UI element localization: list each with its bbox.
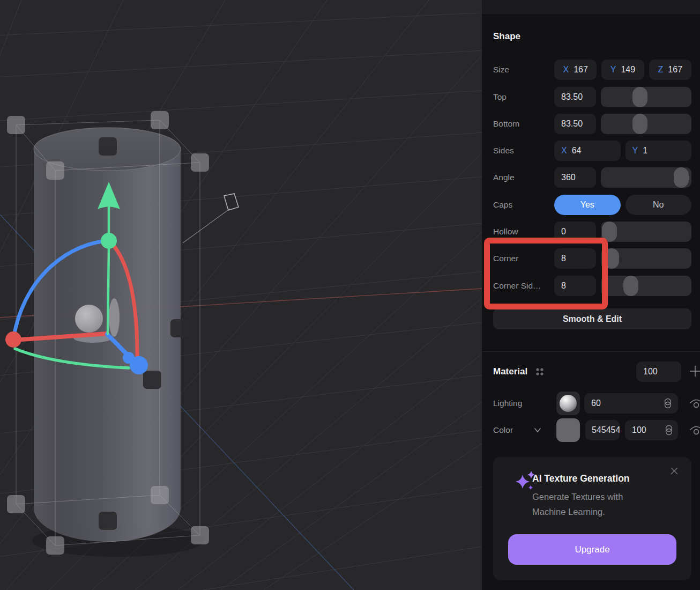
corner-slider[interactable] bbox=[601, 248, 691, 269]
top-slider[interactable] bbox=[601, 87, 691, 107]
bottom-input[interactable]: 83.50 bbox=[554, 114, 596, 134]
chevron-down-icon[interactable] bbox=[534, 427, 541, 433]
axis-x-label: X bbox=[563, 65, 569, 75]
angle-input[interactable]: 360 bbox=[554, 167, 596, 188]
bottom-row: Bottom 83.50 bbox=[493, 110, 691, 137]
caps-no-button[interactable]: No bbox=[625, 195, 692, 215]
axis-x-label: X bbox=[561, 146, 567, 156]
properties-panel: Shape Size X 167 Y 149 Z 167 Top 83.50 bbox=[482, 0, 700, 590]
hollow-input[interactable]: 0 bbox=[554, 222, 596, 242]
size-row: Size X 167 Y 149 Z 167 bbox=[493, 56, 691, 83]
axis-y-label: Y bbox=[610, 65, 616, 75]
size-y-input[interactable]: Y 149 bbox=[601, 60, 644, 80]
angle-slider[interactable] bbox=[601, 167, 691, 188]
gizmo-blue-handle[interactable] bbox=[130, 356, 148, 374]
hollow-row: Hollow 0 bbox=[493, 218, 691, 245]
hollow-label: Hollow bbox=[493, 227, 554, 237]
add-layer-button[interactable] bbox=[688, 364, 700, 378]
size-x-input[interactable]: X 167 bbox=[554, 60, 597, 80]
gizmo-green-axis-lower[interactable] bbox=[108, 248, 109, 334]
corner-sides-slider-knob[interactable] bbox=[623, 276, 638, 296]
lighting-visibility-button[interactable] bbox=[689, 396, 700, 410]
close-button[interactable] bbox=[669, 466, 680, 476]
hollow-slider[interactable] bbox=[601, 222, 691, 242]
caps-label: Caps bbox=[493, 200, 554, 210]
caps-row: Caps Yes No bbox=[493, 191, 691, 218]
gizmo-red-handle[interactable] bbox=[5, 331, 21, 348]
top-label: Top bbox=[493, 92, 554, 102]
eye-icon bbox=[689, 396, 700, 410]
blend-mode-icon[interactable] bbox=[663, 397, 673, 410]
bottom-slider-knob[interactable] bbox=[632, 114, 647, 134]
color-visibility-button[interactable] bbox=[689, 423, 700, 437]
corner-label: Corner bbox=[493, 254, 554, 263]
ai-card-description: Generate Textures with Machine Learning. bbox=[532, 489, 653, 519]
size-label: Size bbox=[493, 65, 554, 75]
size-y-value: 149 bbox=[621, 65, 635, 75]
plus-icon bbox=[689, 365, 700, 377]
angle-slider-knob[interactable] bbox=[674, 167, 689, 188]
smooth-edit-button[interactable]: Smooth & Edit bbox=[493, 308, 691, 329]
corner-sides-input[interactable]: 8 bbox=[554, 276, 596, 296]
top-slider-knob[interactable] bbox=[632, 87, 647, 107]
size-z-value: 167 bbox=[668, 65, 682, 75]
top-row: Top 83.50 bbox=[493, 84, 691, 110]
hollow-slider-knob[interactable] bbox=[602, 222, 617, 242]
size-x-value: 167 bbox=[574, 65, 588, 75]
close-icon bbox=[671, 467, 678, 475]
sides-y-value: 1 bbox=[643, 146, 647, 156]
corner-sides-slider[interactable] bbox=[601, 276, 691, 296]
material-header: Material 100 bbox=[493, 358, 691, 385]
corner-sides-label: Corner Sid… bbox=[493, 281, 554, 291]
top-input[interactable]: 83.50 bbox=[554, 87, 596, 107]
sides-y-input[interactable]: Y 1 bbox=[625, 141, 692, 161]
eye-icon bbox=[689, 423, 700, 437]
shape-section-title: Shape bbox=[493, 31, 520, 42]
sides-row: Sides X 64 Y 1 bbox=[493, 137, 691, 164]
sides-label: Sides bbox=[493, 146, 554, 156]
sides-x-value: 64 bbox=[572, 146, 582, 156]
bottom-slider[interactable] bbox=[601, 114, 691, 134]
gizmo-green-handle[interactable] bbox=[101, 233, 117, 249]
section-divider bbox=[482, 351, 700, 352]
center-ball bbox=[75, 305, 103, 333]
angle-label: Angle bbox=[493, 173, 554, 182]
lighting-label: Lighting bbox=[493, 399, 556, 408]
lighting-sphere-icon bbox=[559, 394, 577, 412]
axis-y-label: Y bbox=[632, 146, 638, 156]
panel-top-strip bbox=[482, 0, 700, 13]
center-vertical-ellipse bbox=[109, 298, 120, 337]
sides-x-input[interactable]: X 64 bbox=[554, 141, 621, 161]
bottom-label: Bottom bbox=[493, 119, 554, 129]
blend-mode-icon[interactable] bbox=[664, 424, 674, 437]
ai-texture-promo-card: AI Texture Generation Generate Textures … bbox=[493, 457, 691, 580]
drag-dots-icon[interactable] bbox=[534, 366, 546, 378]
color-row: Color 545454 100 bbox=[493, 417, 678, 444]
corner-row: Corner 8 bbox=[493, 245, 691, 272]
lighting-row: Lighting 60 bbox=[493, 390, 678, 417]
color-alpha-input[interactable]: 100 bbox=[625, 420, 678, 440]
lighting-preview-swatch[interactable] bbox=[556, 392, 580, 415]
light-indicator[interactable] bbox=[183, 194, 239, 243]
ai-card-title: AI Texture Generation bbox=[532, 473, 630, 484]
caps-yes-button[interactable]: Yes bbox=[554, 195, 621, 215]
viewport-canvas bbox=[0, 0, 482, 590]
material-section-title: Material bbox=[493, 366, 527, 377]
viewport-3d[interactable] bbox=[0, 0, 482, 590]
material-opacity-input[interactable]: 100 bbox=[636, 362, 681, 382]
corner-slider-knob[interactable] bbox=[604, 248, 619, 269]
upgrade-button[interactable]: Upgrade bbox=[508, 534, 676, 565]
color-label: Color bbox=[493, 425, 534, 435]
size-z-input[interactable]: Z 167 bbox=[649, 60, 691, 80]
angle-row: Angle 360 bbox=[493, 164, 691, 191]
corner-input[interactable]: 8 bbox=[554, 248, 596, 269]
axis-z-label: Z bbox=[658, 65, 664, 75]
corner-sides-row: Corner Sid… 8 bbox=[493, 272, 691, 299]
color-swatch[interactable] bbox=[556, 418, 580, 442]
lighting-value-input[interactable]: 60 bbox=[584, 393, 678, 414]
color-hex-input[interactable]: 545454 bbox=[585, 420, 620, 440]
